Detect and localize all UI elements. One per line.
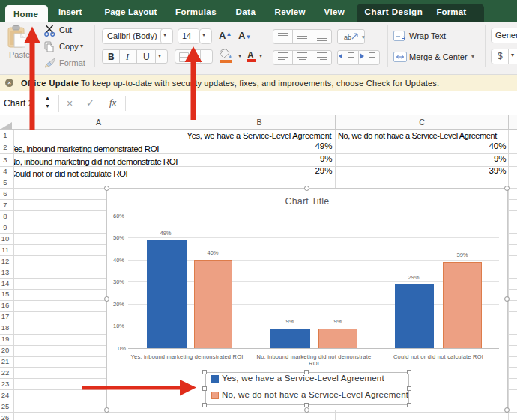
svg-text:▾: ▾: [362, 34, 365, 40]
svg-text:ab: ab: [344, 34, 351, 41]
